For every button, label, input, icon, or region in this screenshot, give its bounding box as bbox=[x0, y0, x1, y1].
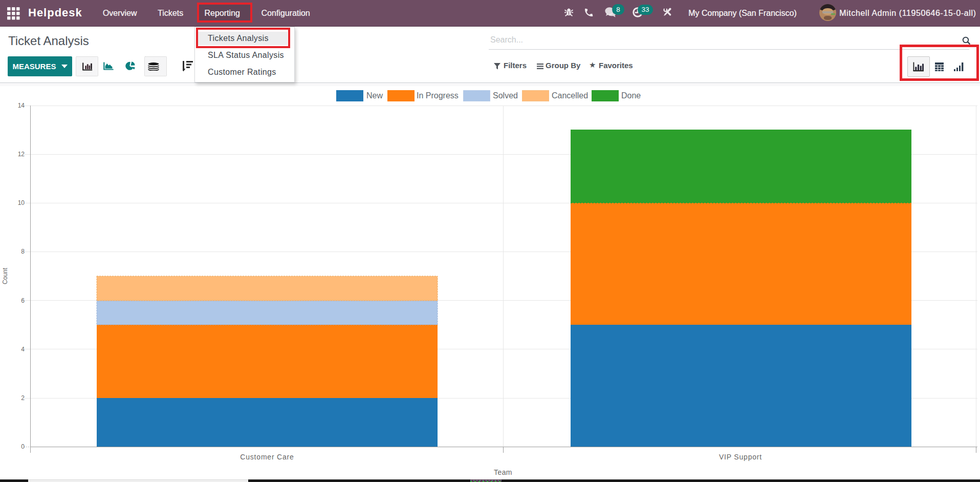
svg-text:Count: Count bbox=[2, 267, 9, 284]
svg-text:Team: Team bbox=[494, 468, 512, 476]
svg-text:14: 14 bbox=[18, 102, 25, 109]
svg-text:Customer Care: Customer Care bbox=[240, 453, 294, 461]
svg-text:12: 12 bbox=[18, 151, 25, 158]
svg-text:2: 2 bbox=[21, 394, 25, 402]
svg-text:10: 10 bbox=[18, 199, 25, 206]
svg-text:4: 4 bbox=[21, 346, 25, 353]
svg-text:8: 8 bbox=[21, 248, 25, 255]
svg-text:VIP Support: VIP Support bbox=[719, 453, 762, 461]
svg-text:6: 6 bbox=[21, 297, 25, 304]
svg-text:0: 0 bbox=[21, 443, 25, 450]
